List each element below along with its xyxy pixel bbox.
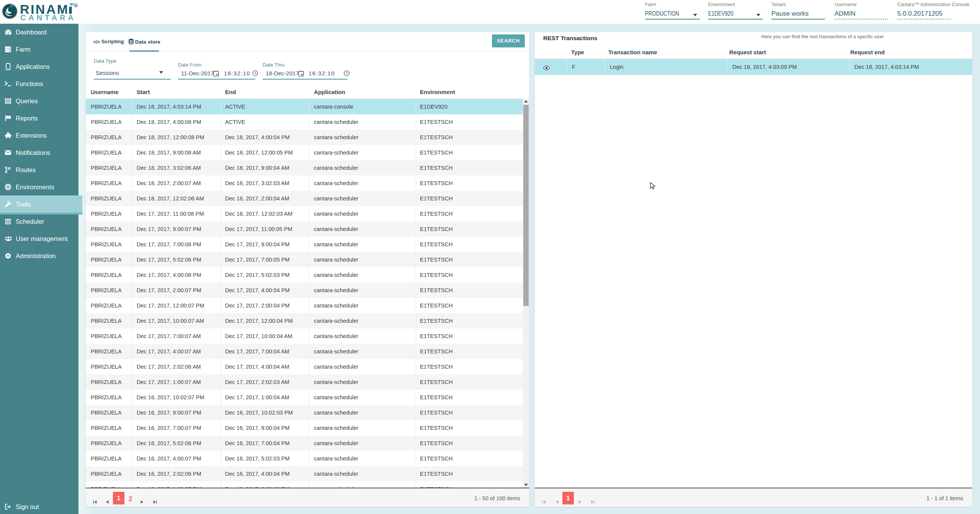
svg-text:CANTARA: CANTARA bbox=[20, 13, 76, 22]
svg-text:R: R bbox=[75, 4, 77, 7]
